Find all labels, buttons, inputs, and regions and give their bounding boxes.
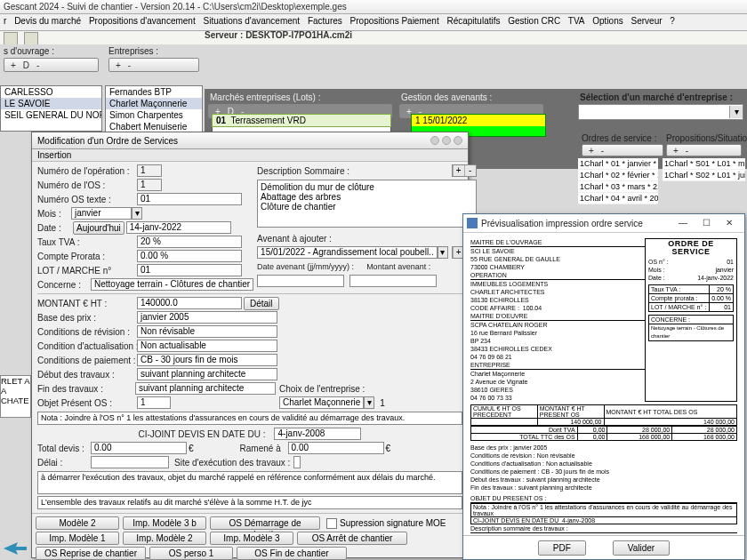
debut-input[interactable]: suivant planning architecte	[137, 368, 277, 380]
lots-list[interactable]: 01 Terrassement VRD	[212, 114, 391, 133]
mavenant-input[interactable]	[349, 275, 437, 287]
list-item[interactable]: Charlet Maçonnerie	[106, 98, 202, 109]
list-item[interactable]: SEIL GENERAL DU NORD	[1, 109, 101, 121]
ramene-input[interactable]: 0.00	[288, 442, 384, 454]
list-item[interactable]: Simon Charpentes	[106, 109, 202, 121]
imp-modele3-button[interactable]: Imp. Modèle 3	[210, 532, 293, 545]
lot-row[interactable]: 01 Terrassement VRD	[212, 114, 391, 127]
window-button-icon[interactable]	[454, 136, 462, 145]
delai-input[interactable]	[91, 456, 169, 468]
choixent-combo[interactable]: Charlet Maçonnerie	[279, 396, 364, 409]
chevron-down-icon[interactable]: ▾	[364, 396, 374, 409]
chevron-down-icon[interactable]: ▾	[132, 207, 142, 220]
list-item[interactable]: 1Charl * 04 * avril * 20-avr-2	[578, 193, 658, 204]
tva-input[interactable]: 20 %	[137, 236, 242, 248]
chevron-down-icon[interactable]: ▾	[729, 106, 743, 118]
pv-cell: MONTANT € HT PRESENT OS	[537, 405, 604, 419]
chevron-down-icon[interactable]: ▾	[438, 246, 448, 259]
menu-item[interactable]: Options	[592, 16, 622, 26]
prorata-input[interactable]: 0.00 %	[137, 250, 242, 262]
davenant-input[interactable]	[257, 275, 344, 287]
today-button[interactable]: Aujourd'hui	[73, 221, 124, 235]
plus-button[interactable]: +	[116, 60, 121, 70]
menu-item[interactable]: ?	[670, 16, 675, 26]
modele2-button[interactable]: Modèle 2	[36, 516, 119, 530]
mois-combo[interactable]: janvier	[71, 207, 132, 220]
menu-item[interactable]: Factures	[308, 16, 342, 26]
fin-input[interactable]: suivant planning architecte	[135, 382, 276, 395]
menu-item[interactable]: Gestion CRC	[508, 16, 560, 26]
list-item[interactable]: LE SAVOIE	[1, 98, 101, 109]
entreprise-list[interactable]: Fernandes BTP Charlet Maçonnerie Simon C…	[105, 85, 203, 139]
minus-button[interactable]: -	[686, 146, 688, 156]
list-item[interactable]: CARLESSO	[1, 86, 101, 98]
menu-item[interactable]: TVA	[568, 16, 585, 26]
note3-field[interactable]: L'ensemble des travaux relatifs au dit m…	[37, 496, 462, 509]
minus-button[interactable]: -	[36, 60, 39, 70]
checkbox-icon[interactable]	[326, 518, 337, 529]
preview-titlebar[interactable]: Prévisualisation impression ordre servic…	[463, 214, 744, 233]
window-button-icon[interactable]	[442, 136, 451, 145]
condpaie-input[interactable]: CB - 30 jours fin de mois	[137, 354, 277, 366]
site-input[interactable]	[293, 456, 301, 468]
totdevis-input[interactable]: 0.00	[91, 442, 187, 454]
list-item[interactable]: 1Charl * 03 * mars * 21-mar	[578, 181, 658, 193]
suppr-moe-checkbox[interactable]: Supression signature MOE	[326, 516, 446, 531]
montant-input[interactable]: 140000.0	[137, 297, 242, 309]
menu-item[interactable]: Propositions d'avancement	[89, 16, 196, 26]
objet-input[interactable]: 1	[137, 396, 171, 409]
nota-field[interactable]: Nota : Joindre à l'OS n° 1 les attestati…	[37, 412, 462, 425]
menu-item[interactable]: Devis du marché	[14, 16, 81, 26]
list-item[interactable]: 1Charl * S02 * L01 * juillet	[663, 170, 745, 181]
avenant-row[interactable]: 1 15/01/2022	[412, 115, 545, 126]
maximize-button[interactable]: ☐	[695, 216, 718, 230]
minus-button[interactable]: -	[128, 60, 131, 70]
lot-input[interactable]: 01	[137, 264, 242, 276]
os-fin-button[interactable]: OS Fin de chantier	[237, 547, 347, 560]
concerne-input[interactable]: Nettoyage terrain - Clôtures de chantier	[91, 278, 253, 291]
os-arret-button[interactable]: OS Arrêt de chantier	[297, 532, 407, 545]
imp-modele2-button[interactable]: Imp. Modèle 2	[123, 532, 206, 545]
numostxt-input[interactable]: 01	[137, 193, 242, 205]
desc-textarea[interactable]: Démolition du mur de clôture Abattage de…	[257, 180, 477, 228]
cidate-input[interactable]: 4-janv-2008	[274, 428, 361, 440]
list-item[interactable]: 1Charl * 01 * janvier * 14-jan	[578, 158, 658, 170]
detail-button[interactable]: Détail	[244, 297, 279, 310]
note2-field[interactable]: à démarrer l'exécution des travaux, obje…	[37, 471, 462, 494]
pdf-button[interactable]: PDF	[538, 540, 586, 556]
list-item[interactable]: 1Charl * 02 * février * 12-fév	[578, 170, 658, 181]
menu-item[interactable]: Récapitulatifs	[446, 16, 500, 26]
list-item[interactable]: Fernandes BTP	[106, 86, 202, 98]
imp-modele3b-button[interactable]: Imp. Modèle 3 b	[123, 516, 206, 530]
avenant-combo[interactable]: 15/01/2022 - Agrandissement local poubel…	[257, 246, 438, 259]
ouvrage-list[interactable]: CARLESSO LE SAVOIE SEIL GENERAL DU NORD	[0, 85, 102, 132]
menu-item[interactable]: r	[4, 16, 6, 26]
minimize-button[interactable]: —	[671, 216, 695, 230]
condact-input[interactable]: Non actualisable	[137, 340, 277, 352]
menu-item[interactable]: Situations d'avancement	[203, 16, 300, 26]
choixent-label: Choix de l'entreprise :	[279, 384, 368, 394]
d-button[interactable]: D	[23, 60, 29, 70]
imp-modele1-button[interactable]: Imp. Modèle 1	[36, 532, 119, 545]
plus-button[interactable]: +	[589, 146, 594, 156]
menu-item[interactable]: Propositions Paiement	[350, 16, 439, 26]
baseprix-input[interactable]: janvier 2005	[137, 311, 277, 324]
plus-button[interactable]: +	[11, 60, 16, 70]
dialog-titlebar[interactable]: Modification d'un Ordre de Services	[32, 132, 468, 149]
ordres-list[interactable]: 1Charl * 01 * janvier * 14-jan 1Charl * …	[578, 158, 658, 204]
os-demarrage-button[interactable]: OS Démarrage de chantier	[210, 516, 320, 530]
desc-spin[interactable]: +-	[452, 164, 477, 177]
window-button-icon[interactable]	[430, 136, 439, 145]
props-list[interactable]: 1Charl * S01 * L01 * mai * 1Charl * S02 …	[663, 158, 745, 181]
close-button[interactable]: ✕	[718, 216, 741, 230]
list-item[interactable]: 1Charl * S01 * L01 * mai *	[663, 158, 745, 170]
market-combo[interactable]: ▾	[578, 104, 743, 120]
valider-button[interactable]: Valider	[613, 540, 670, 556]
condrev-input[interactable]: Non révisable	[137, 325, 277, 338]
os-reprise-button[interactable]: OS Reprise de chantier	[36, 547, 146, 560]
plus-button[interactable]: +	[673, 146, 679, 156]
menu-item[interactable]: Serveur	[631, 16, 663, 26]
os-perso1-button[interactable]: OS perso 1	[149, 547, 233, 560]
date-input[interactable]: 14-janv-2022	[126, 221, 231, 234]
minus-button[interactable]: -	[601, 146, 604, 156]
